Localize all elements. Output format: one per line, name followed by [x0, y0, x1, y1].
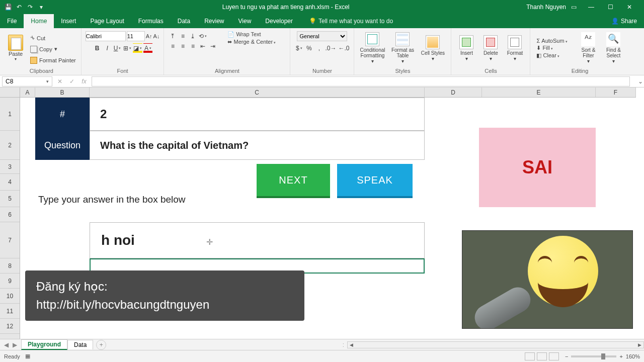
sheet-nav[interactable]: ◀▶	[0, 341, 21, 348]
cell-styles-button[interactable]: Cell Styles▾	[419, 34, 447, 62]
merge-center-button[interactable]: ⬌ Merge & Center	[225, 39, 286, 45]
conditional-formatting-button[interactable]: Conditional Formatting▾	[358, 31, 386, 65]
align-top-button[interactable]: ⤒	[168, 31, 177, 41]
user-name[interactable]: Thanh Nguyen	[526, 4, 566, 11]
format-cells-button[interactable]: Format▾	[504, 34, 526, 62]
tab-view[interactable]: View	[231, 14, 259, 28]
qat-customize-icon[interactable]: ▾	[37, 3, 45, 11]
cancel-formula-icon[interactable]: ✕	[54, 78, 65, 85]
answer-input-cell[interactable]: h noi	[90, 222, 425, 258]
comma-button[interactable]: ,	[314, 43, 324, 53]
col-F[interactable]: F	[596, 87, 636, 97]
font-size-combo[interactable]	[127, 31, 145, 41]
enter-formula-icon[interactable]: ✓	[66, 78, 77, 85]
italic-button[interactable]: I	[103, 43, 112, 53]
tab-developer[interactable]: Developer	[258, 14, 300, 28]
sheet-tab-playground[interactable]: Playground	[21, 339, 67, 350]
fx-icon[interactable]: fx	[78, 78, 90, 85]
insert-cells-button[interactable]: Insert▾	[455, 34, 477, 62]
tab-data[interactable]: Data	[171, 14, 197, 28]
macro-record-icon[interactable]: ▦	[25, 353, 30, 359]
dec-decimal-button[interactable]: ←.0	[338, 43, 350, 53]
zoom-out-button[interactable]: −	[565, 353, 568, 359]
normal-view-button[interactable]	[525, 352, 535, 360]
align-middle-button[interactable]: ≡	[178, 31, 187, 41]
increase-font-button[interactable]: A↑	[146, 33, 152, 39]
col-D[interactable]: D	[425, 87, 482, 97]
wrap-text-button[interactable]: 📄 Wrap Text	[225, 31, 286, 38]
sort-filter-button[interactable]: ᴬᶻSort & Filter▾	[577, 31, 600, 65]
ribbon-display-icon[interactable]: ▭	[571, 4, 577, 11]
row-7[interactable]: 7	[0, 222, 20, 258]
tab-file[interactable]: File	[0, 14, 24, 28]
zoom-level[interactable]: 160%	[626, 353, 640, 359]
cell-num-label[interactable]: #	[35, 98, 90, 131]
align-center-button[interactable]: ≡	[178, 41, 187, 51]
row-headers[interactable]: 1 2 3 4 5 6 7 8 9 10 11 12	[0, 98, 20, 342]
row-8[interactable]: 8	[0, 258, 20, 274]
row-11[interactable]: 11	[0, 304, 20, 319]
minimize-button[interactable]: —	[582, 0, 601, 14]
col-C[interactable]: C	[90, 87, 425, 97]
dec-indent-button[interactable]: ⇤	[198, 41, 207, 51]
row-5[interactable]: 5	[0, 191, 20, 207]
bold-button[interactable]: B	[93, 43, 102, 53]
tab-home[interactable]: Home	[24, 14, 54, 28]
col-E[interactable]: E	[482, 87, 596, 97]
find-select-button[interactable]: 🔍Find & Select▾	[602, 31, 625, 65]
cell-question-label[interactable]: Question	[35, 131, 90, 160]
page-layout-view-button[interactable]	[537, 352, 547, 360]
row-6[interactable]: 6	[0, 207, 20, 222]
borders-button[interactable]: ⊞	[123, 43, 132, 53]
font-name-combo[interactable]	[86, 31, 126, 41]
page-break-view-button[interactable]	[549, 352, 559, 360]
align-right-button[interactable]: ≡	[188, 41, 197, 51]
redo-icon[interactable]: ↷	[26, 3, 34, 11]
number-format-combo[interactable]: General	[297, 31, 347, 41]
decrease-font-button[interactable]: A↓	[153, 33, 160, 39]
row-9[interactable]: 9	[0, 274, 20, 289]
close-button[interactable]: ✕	[620, 0, 639, 14]
zoom-in-button[interactable]: +	[619, 353, 622, 359]
tab-review[interactable]: Review	[197, 14, 231, 28]
cell-question-value[interactable]: What is the capital of Vietnam?	[90, 131, 425, 160]
row-3[interactable]: 3	[0, 160, 20, 174]
clear-button[interactable]: ◧ Clear	[534, 52, 575, 59]
delete-cells-button[interactable]: Delete▾	[479, 34, 502, 62]
inc-indent-button[interactable]: ⇥	[208, 41, 217, 51]
row-1[interactable]: 1	[0, 98, 20, 131]
sheet-tab-data[interactable]: Data	[67, 340, 93, 349]
autosum-button[interactable]: Σ AutoSum	[534, 38, 575, 44]
cut-button[interactable]: ✂Cut	[28, 33, 78, 43]
zoom-slider[interactable]	[571, 355, 616, 357]
formula-input[interactable]	[92, 76, 630, 86]
cell-num-value[interactable]: 2	[90, 98, 425, 131]
tab-page-layout[interactable]: Page Layout	[83, 14, 131, 28]
grid[interactable]: # 2 Question What is the capital of Viet…	[20, 98, 636, 342]
save-icon[interactable]: 💾	[4, 3, 12, 11]
tab-insert[interactable]: Insert	[54, 14, 83, 28]
format-painter-button[interactable]: Format Painter	[28, 55, 78, 65]
next-button[interactable]: NEXT	[257, 164, 330, 196]
share-button[interactable]: 👤 Share	[604, 14, 644, 28]
format-as-table-button[interactable]: Format as Table▾	[388, 31, 417, 65]
tab-formulas[interactable]: Formulas	[131, 14, 171, 28]
col-A[interactable]: A	[20, 87, 35, 97]
orientation-button[interactable]: ⟲	[198, 31, 207, 41]
align-bottom-button[interactable]: ⤓	[188, 31, 197, 41]
tell-me[interactable]: 💡 Tell me what you want to do	[300, 14, 393, 28]
row-2[interactable]: 2	[0, 131, 20, 160]
row-4[interactable]: 4	[0, 174, 20, 191]
formula-expand-icon[interactable]: ⌄	[637, 78, 644, 85]
select-all-corner[interactable]	[0, 87, 20, 98]
add-sheet-button[interactable]: +	[96, 340, 106, 350]
horizontal-scrollbar[interactable]	[347, 341, 644, 348]
undo-icon[interactable]: ↶	[15, 3, 23, 11]
fill-button[interactable]: ⬇ Fill	[534, 45, 575, 51]
column-headers[interactable]: A B C D E F	[20, 87, 636, 98]
fill-color-button[interactable]: ◪	[133, 43, 142, 53]
row-12[interactable]: 12	[0, 319, 20, 334]
inc-decimal-button[interactable]: .0→	[325, 43, 337, 53]
row-10[interactable]: 10	[0, 289, 20, 304]
name-box[interactable]: C8	[2, 76, 52, 86]
